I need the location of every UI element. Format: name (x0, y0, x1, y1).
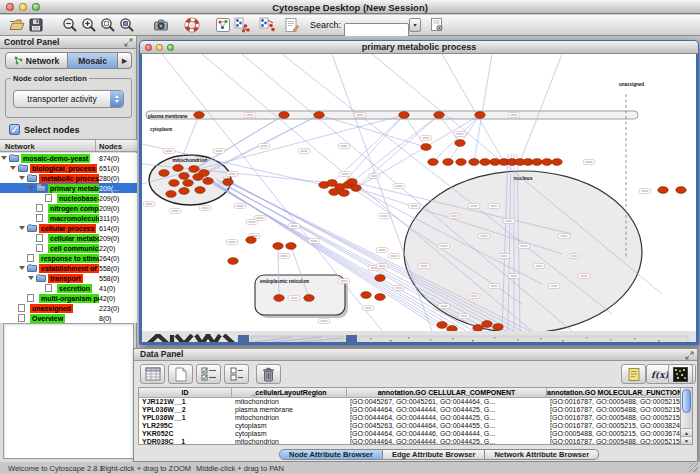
tree-row[interactable]: cell communicat22(0) (0, 243, 137, 253)
tree-column-divider[interactable] (95, 140, 96, 151)
select-attributes-button[interactable] (196, 364, 221, 384)
table-cell[interactable]: mitochondrion (232, 438, 347, 445)
table-cell[interactable]: YLR295C (139, 422, 232, 430)
attribute-table[interactable]: ID_cellularLayoutRegionannotation.GO CEL… (138, 387, 681, 445)
table-cell[interactable]: [GO:0044464, GO:0044444, GO:0044425, G..… (347, 438, 547, 445)
tab-overflow-button[interactable]: ▶ (118, 52, 132, 69)
table-cell[interactable]: mitochondrion (232, 398, 347, 406)
tree-row[interactable]: multi-organism pro42(0) (0, 293, 137, 303)
tree-row[interactable]: secretion41(0) (0, 283, 137, 293)
network-overview-panel[interactable] (3, 323, 134, 459)
network-node[interactable] (552, 159, 563, 166)
network-node[interactable] (189, 166, 200, 173)
float-panel-icon[interactable] (685, 351, 694, 360)
table-row[interactable]: YLR295Ccytoplasm[GO:0045263, GO:0044464,… (139, 422, 680, 430)
zoom-out-button[interactable] (60, 16, 79, 35)
network-node[interactable] (434, 112, 445, 119)
tree-row[interactable]: cellular process614(0) (0, 223, 137, 233)
delete-attribute-button[interactable] (256, 364, 281, 384)
save-session-button[interactable] (26, 16, 45, 35)
tab-edge-attribute-browser[interactable]: Edge Attribute Browser (383, 449, 485, 460)
table-cell[interactable]: [GO:0005488, GO:0005215, GO:0003674] (547, 430, 681, 438)
network-node[interactable] (203, 178, 214, 185)
network-node[interactable] (375, 275, 386, 282)
attribute-list-button[interactable] (621, 364, 646, 384)
network-node[interactable] (246, 237, 257, 244)
network-node[interactable] (183, 180, 194, 187)
data-panel-header[interactable]: Data Panel (134, 349, 697, 361)
table-cell[interactable]: YKR052C (139, 430, 232, 438)
network-node[interactable] (443, 159, 454, 166)
zoom-fit-button[interactable] (98, 16, 117, 35)
network-node[interactable] (456, 159, 467, 166)
scroll-down-button[interactable]: ▼ (681, 436, 692, 444)
network-node[interactable] (361, 292, 372, 299)
table-cell[interactable]: YDR039C__1 (139, 438, 232, 445)
network-window-titlebar[interactable]: primary metabolic process (140, 41, 698, 54)
open-session-button[interactable] (7, 16, 26, 35)
tree-row[interactable]: establishment of lo558(0) (0, 263, 137, 273)
network-node[interactable] (286, 243, 297, 250)
network-node[interactable] (194, 112, 205, 119)
tree-row[interactable]: cellular metabo209(0) (0, 233, 137, 243)
resize-grip[interactable] (689, 463, 698, 472)
table-cell[interactable]: cytoplasm (232, 422, 347, 430)
table-cell[interactable]: [GO:0016787, GO:0005488, GO:0005215, G..… (547, 398, 681, 406)
network-node[interactable] (399, 112, 410, 119)
tree-row[interactable]: nucleobase-209(0) (0, 193, 137, 203)
new-attribute-button[interactable] (168, 364, 193, 384)
disclosure-triangle-icon[interactable] (19, 176, 25, 180)
table-column-header[interactable]: _cellularLayoutRegion (232, 388, 347, 397)
network-node[interactable] (542, 159, 553, 166)
tree-column-nodes[interactable]: Nodes (99, 142, 122, 151)
tree-row[interactable]: biological_process651(0) (0, 163, 137, 173)
network-node[interactable] (273, 243, 284, 250)
network-node[interactable] (421, 144, 432, 151)
network-node[interactable] (347, 179, 358, 186)
network-node[interactable] (493, 324, 504, 331)
tree-row[interactable]: mosaic-demo-yeast874(0) (0, 153, 137, 163)
network-node[interactable] (482, 321, 493, 328)
network-node[interactable] (339, 190, 350, 197)
table-row[interactable]: YKR052Ccytoplasm[GO:0044464, GO:0044446,… (139, 430, 680, 438)
scrollbar-thumb[interactable] (682, 389, 691, 413)
network-node[interactable] (469, 159, 480, 166)
tree-column-network[interactable]: Network (5, 142, 35, 151)
table-cell[interactable]: mitochondrion (232, 414, 347, 422)
network-node[interactable] (676, 187, 687, 194)
filter-button[interactable] (257, 16, 276, 35)
tree-row[interactable]: primary metabo209(... (0, 183, 137, 193)
table-column-header[interactable]: ID (139, 388, 232, 397)
control-panel-header[interactable]: Control Panel (0, 36, 136, 49)
table-cell[interactable]: cytoplasm (232, 430, 347, 438)
network-node[interactable] (304, 295, 315, 302)
attribute-table-button[interactable] (140, 364, 165, 384)
help-button[interactable] (182, 16, 201, 35)
tab-network[interactable]: Network (5, 52, 68, 69)
tree-row[interactable]: nitrogen compo209(0) (0, 203, 137, 213)
network-canvas[interactable]: plasma membrane cytoplasm nucleus mitoch… (142, 54, 696, 331)
network-node[interactable] (455, 140, 466, 147)
tab-mosaic[interactable]: Mosaic (68, 52, 118, 69)
table-cell[interactable]: YJR121W__1 (139, 398, 232, 406)
region-endoplasmic-reticulum[interactable]: endoplasmic reticulum (255, 275, 348, 318)
tree-row[interactable]: macromolecule311(0) (0, 213, 137, 223)
network-node[interactable] (279, 112, 290, 119)
node-color-dropdown[interactable]: transporter activity (13, 90, 124, 108)
network-node[interactable] (314, 112, 325, 119)
table-cell[interactable]: [GO:0045263, GO:0044464, GO:0044455, G..… (347, 422, 547, 430)
network-node[interactable] (199, 170, 210, 177)
table-cell[interactable]: [GO:0016787, GO:0005488, GO:0005215, G..… (547, 438, 681, 445)
disclosure-triangle-icon[interactable] (10, 166, 16, 170)
network-node[interactable] (179, 173, 190, 180)
network-node[interactable] (532, 159, 543, 166)
table-cell[interactable]: [GO:0016787, GO:0005488, GO:0005215, G..… (547, 414, 681, 422)
table-cell[interactable]: [GO:0016787, GO:0005488, GO:0005215, G..… (547, 406, 681, 414)
table-cell[interactable]: [GO:0016787, GO:0005215, GO:0003824, G..… (547, 422, 681, 430)
tree-row[interactable]: transport558(0) (0, 273, 137, 283)
network-node[interactable] (475, 112, 486, 119)
matrix-view-button[interactable] (668, 364, 693, 384)
search-input[interactable] (344, 23, 409, 37)
table-cell[interactable]: YPL036W__2 (139, 406, 232, 414)
network-overview-button[interactable] (213, 16, 232, 35)
